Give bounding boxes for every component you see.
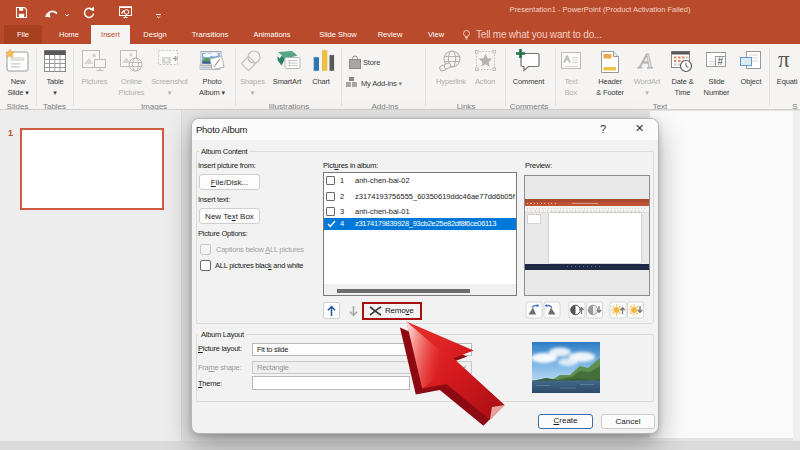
svg-text:A: A — [564, 54, 570, 64]
svg-text:A: A — [637, 48, 653, 73]
svg-text:#: # — [718, 56, 724, 67]
svg-text:π: π — [778, 47, 790, 72]
